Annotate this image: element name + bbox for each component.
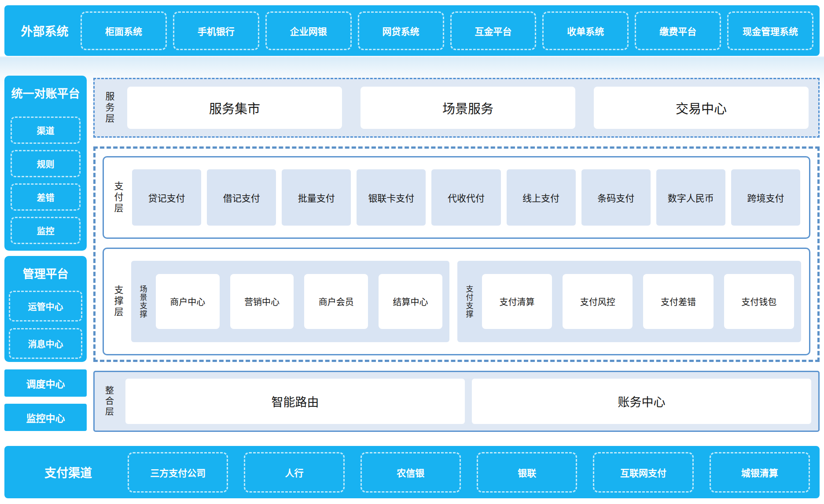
external-system-box: 收单系统 <box>542 11 629 50</box>
payment-item: 代收代付 <box>431 169 500 226</box>
service-box: 服务集市 <box>127 87 342 129</box>
external-system-box: 网贷系统 <box>358 11 444 50</box>
service-box: 交易中心 <box>594 87 809 129</box>
payment-channel-box: 农信银 <box>360 452 461 493</box>
management-item: 消息中心 <box>9 328 82 359</box>
payment-item: 条码支付 <box>581 169 651 226</box>
external-systems-boxes: 柜面系统 手机银行 企业网银 网贷系统 互金平台 收单系统 缴费平台 现金管理系… <box>81 11 820 50</box>
reconciliation-item: 差错 <box>11 183 81 211</box>
external-system-box: 企业网银 <box>265 11 352 50</box>
payment-channel-box: 互联网支付 <box>593 452 693 493</box>
management-platform-panel: 管理平台 运管中心 消息中心 <box>4 256 87 362</box>
external-system-box: 柜面系统 <box>81 11 167 50</box>
payment-support-group: 支付支撑 支付清算 支付风控 支付差错 支付钱包 <box>457 261 801 342</box>
architecture-diagram: 外部系统 柜面系统 手机银行 企业网银 网贷系统 互金平台 收单系统 缴费平台 … <box>0 0 824 504</box>
external-system-box: 现金管理系统 <box>727 11 813 50</box>
payment-item: 数字人民币 <box>656 169 725 226</box>
reconciliation-platform-panel: 统一对账平台 渠道 规则 差错 监控 <box>4 76 87 251</box>
payment-channel-box: 三方支付公司 <box>128 452 228 493</box>
reconciliation-item: 渠道 <box>11 117 81 144</box>
service-box: 场景服务 <box>360 87 575 129</box>
management-item: 运管中心 <box>9 291 82 321</box>
payment-item: 线上支付 <box>507 169 576 226</box>
service-layer-label: 服务层 <box>100 91 118 124</box>
payment-channels-boxes: 三方支付公司 人行 农信银 银联 互联网支付 城银清算 <box>128 452 820 493</box>
support-layer-label: 支撑层 <box>110 285 126 318</box>
payment-item: 批量支付 <box>282 169 351 226</box>
payment-support-item: 支付清算 <box>482 274 552 329</box>
reconciliation-platform-title: 统一对账平台 <box>4 76 87 101</box>
core-layers-wrapper: 支付层 贷记支付 借记支付 批量支付 银联卡支付 代收代付 线上支付 条码支付 … <box>93 146 820 362</box>
payment-item: 跨境支付 <box>731 169 800 226</box>
external-systems-title: 外部系统 <box>4 22 81 39</box>
integration-layer-boxes: 智能路由 账务中心 <box>125 379 811 424</box>
external-system-box: 手机银行 <box>173 11 259 50</box>
support-layer-panel: 支撑层 场景支撑 商户中心 营销中心 商户会员 结算中心 支付支撑 <box>103 248 810 355</box>
payment-support-item: 支付钱包 <box>724 274 794 329</box>
payment-support-item: 支付差错 <box>643 274 713 329</box>
payment-support-items: 支付清算 支付风控 支付差错 支付钱包 <box>482 274 794 329</box>
scene-support-label: 场景支撑 <box>135 285 151 318</box>
reconciliation-item: 监控 <box>11 217 81 244</box>
scene-support-group: 场景支撑 商户中心 营销中心 商户会员 结算中心 <box>131 261 449 342</box>
payment-channels-title: 支付渠道 <box>4 464 128 481</box>
external-systems-bar: 外部系统 柜面系统 手机银行 企业网银 网贷系统 互金平台 收单系统 缴费平台 … <box>4 5 820 56</box>
payment-layer-panel: 支付层 贷记支付 借记支付 批量支付 银联卡支付 代收代付 线上支付 条码支付 … <box>103 156 810 239</box>
scene-support-items: 商户中心 营销中心 商户会员 结算中心 <box>156 274 442 329</box>
reconciliation-items: 渠道 规则 差错 监控 <box>4 117 87 244</box>
payment-layer-label: 支付层 <box>110 181 126 214</box>
payment-support-label: 支付支撑 <box>461 285 477 318</box>
main-column: 服务层 服务集市 场景服务 交易中心 支付层 贷记支付 借记支付 批量支付 银联… <box>93 78 820 432</box>
payment-channel-box: 城银清算 <box>710 452 810 493</box>
payment-channel-box: 人行 <box>244 452 344 493</box>
left-column: 统一对账平台 渠道 规则 差错 监控 管理平台 运管中心 消息中心 调度中心 监… <box>4 76 87 431</box>
support-layer-groups: 场景支撑 商户中心 营销中心 商户会员 结算中心 支付支撑 支付清算 支付风控 <box>131 261 801 342</box>
scene-support-item: 结算中心 <box>379 274 442 329</box>
service-layer-panel: 服务层 服务集市 场景服务 交易中心 <box>93 78 820 138</box>
external-system-box: 互金平台 <box>450 11 537 50</box>
management-items: 运管中心 消息中心 <box>4 291 87 359</box>
scene-support-item: 商户会员 <box>304 274 368 329</box>
integration-layer-label: 整合层 <box>100 386 118 417</box>
payment-channels-bar: 支付渠道 三方支付公司 人行 农信银 银联 互联网支付 城银清算 <box>4 446 820 498</box>
dispatch-center-box: 调度中心 <box>4 369 87 397</box>
payment-channel-box: 银联 <box>477 452 577 493</box>
monitor-center-box: 监控中心 <box>4 404 87 431</box>
payment-layer-items: 贷记支付 借记支付 批量支付 银联卡支付 代收代付 线上支付 条码支付 数字人民… <box>132 169 800 226</box>
integration-box: 账务中心 <box>472 379 811 424</box>
payment-support-item: 支付风控 <box>563 274 633 329</box>
payment-item: 银联卡支付 <box>357 169 426 226</box>
management-platform-title: 管理平台 <box>4 256 87 281</box>
reconciliation-item: 规则 <box>11 150 81 177</box>
scene-support-item: 营销中心 <box>230 274 294 329</box>
payment-item: 借记支付 <box>207 169 276 226</box>
integration-layer-panel: 整合层 智能路由 账务中心 <box>93 371 820 432</box>
service-layer-boxes: 服务集市 场景服务 交易中心 <box>127 87 809 129</box>
scene-support-item: 商户中心 <box>156 274 220 329</box>
integration-box: 智能路由 <box>125 379 465 424</box>
external-system-box: 缴费平台 <box>635 11 721 50</box>
payment-item: 贷记支付 <box>132 169 201 226</box>
